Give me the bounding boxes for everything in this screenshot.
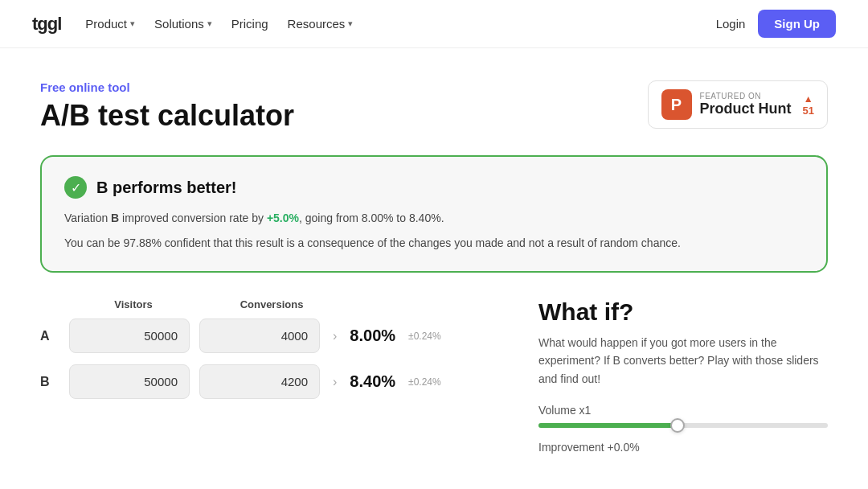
volume-label: Volume x1 bbox=[538, 404, 828, 417]
result-header: ✓ B performs better! bbox=[64, 176, 804, 199]
conversions-input-b[interactable] bbox=[199, 364, 320, 399]
margin-b: ±0.24% bbox=[408, 376, 441, 388]
ph-icon-letter: P bbox=[671, 96, 682, 114]
conversions-header: Conversions bbox=[207, 298, 336, 310]
navbar: tggl Product ▾ Solutions ▾ Pricing Resou… bbox=[0, 0, 868, 48]
calc-row-b: B › 8.40% ±0.24% bbox=[40, 364, 506, 399]
row-label-a: A bbox=[40, 329, 59, 343]
login-button[interactable]: Login bbox=[716, 17, 746, 31]
arrow-right-icon: › bbox=[333, 329, 337, 343]
hero-text: Free online tool A/B test calculator bbox=[40, 80, 294, 133]
whatif-section: What if? What would happen if you got mo… bbox=[538, 298, 828, 454]
result-desc-prefix: Variation bbox=[64, 212, 111, 224]
ph-count: ▲ 51 bbox=[803, 93, 814, 117]
signup-button[interactable]: Sign Up bbox=[758, 10, 836, 38]
improvement-label: Improvement +0.0% bbox=[538, 441, 828, 454]
result-desc-end: , going from 8.00% to 8.40%. bbox=[299, 212, 444, 224]
logo-text: tggl bbox=[32, 14, 61, 34]
calc-headers: Visitors Conversions bbox=[69, 298, 506, 310]
result-confidence: You can be 97.88% confident that this re… bbox=[64, 235, 804, 252]
rate-b: 8.40% bbox=[350, 372, 395, 391]
conversions-input-a[interactable] bbox=[199, 318, 320, 353]
calc-table: Visitors Conversions A › 8.00% ±0.24% B … bbox=[40, 298, 506, 454]
product-hunt-icon: P bbox=[661, 89, 692, 120]
triangle-up-icon: ▲ bbox=[804, 93, 813, 105]
volume-slider-section: Volume x1 bbox=[538, 404, 828, 428]
nav-item-product[interactable]: Product ▾ bbox=[85, 17, 135, 31]
ph-text: FEATURED ON Product Hunt bbox=[700, 92, 792, 117]
volume-slider[interactable] bbox=[538, 423, 828, 428]
hero-section: Free online tool A/B test calculator P F… bbox=[40, 80, 828, 133]
nav-item-resources[interactable]: Resources ▾ bbox=[288, 17, 354, 31]
calculator-section: Visitors Conversions A › 8.00% ±0.24% B … bbox=[40, 298, 828, 454]
result-box: ✓ B performs better! Variation B improve… bbox=[40, 155, 828, 273]
slider-fill bbox=[538, 423, 678, 428]
result-variation: B bbox=[111, 212, 119, 224]
visitors-input-b[interactable] bbox=[69, 364, 190, 399]
ph-name-label: Product Hunt bbox=[700, 101, 792, 117]
nav-pricing-label: Pricing bbox=[231, 17, 268, 31]
whatif-title: What if? bbox=[538, 298, 828, 326]
margin-a: ±0.24% bbox=[408, 331, 441, 342]
nav-item-pricing[interactable]: Pricing bbox=[231, 17, 268, 31]
hero-title: A/B test calculator bbox=[40, 99, 294, 133]
volume-value: x1 bbox=[579, 404, 592, 417]
product-hunt-badge[interactable]: P FEATURED ON Product Hunt ▲ 51 bbox=[648, 80, 828, 129]
nav-product-label: Product bbox=[85, 17, 127, 31]
logo[interactable]: tggl bbox=[32, 14, 61, 35]
result-desc-mid: improved conversion rate by bbox=[119, 212, 267, 224]
whatif-description: What would happen if you got more users … bbox=[538, 334, 828, 388]
main-content: Free online tool A/B test calculator P F… bbox=[0, 48, 868, 454]
result-title: B performs better! bbox=[96, 179, 236, 197]
visitors-input-a[interactable] bbox=[69, 318, 190, 353]
nav-resources-label: Resources bbox=[288, 17, 346, 31]
row-label-b: B bbox=[40, 375, 59, 389]
arrow-right-icon: › bbox=[333, 375, 337, 389]
nav-right: Login Sign Up bbox=[716, 10, 836, 38]
rate-a: 8.00% bbox=[350, 327, 395, 345]
nav-left: tggl Product ▾ Solutions ▾ Pricing Resou… bbox=[32, 14, 353, 35]
nav-items: Product ▾ Solutions ▾ Pricing Resources … bbox=[85, 17, 353, 31]
nav-solutions-label: Solutions bbox=[154, 17, 204, 31]
ph-count-number: 51 bbox=[803, 105, 814, 117]
hero-subtitle: Free online tool bbox=[40, 80, 294, 94]
result-improvement: +5.0% bbox=[267, 212, 299, 224]
slider-thumb[interactable] bbox=[670, 418, 685, 433]
improvement-label-text: Improvement bbox=[538, 441, 604, 454]
chevron-down-icon: ▾ bbox=[348, 18, 353, 29]
ph-featured-label: FEATURED ON bbox=[700, 92, 792, 101]
chevron-down-icon: ▾ bbox=[130, 18, 135, 29]
calc-row-a: A › 8.00% ±0.24% bbox=[40, 318, 506, 353]
volume-label-text: Volume bbox=[538, 404, 576, 417]
chevron-down-icon: ▾ bbox=[207, 18, 212, 29]
result-description: Variation B improved conversion rate by … bbox=[64, 210, 804, 227]
visitors-header: Visitors bbox=[69, 298, 198, 310]
nav-item-solutions[interactable]: Solutions ▾ bbox=[154, 17, 212, 31]
check-icon: ✓ bbox=[64, 176, 87, 199]
improvement-value: +0.0% bbox=[608, 441, 640, 454]
